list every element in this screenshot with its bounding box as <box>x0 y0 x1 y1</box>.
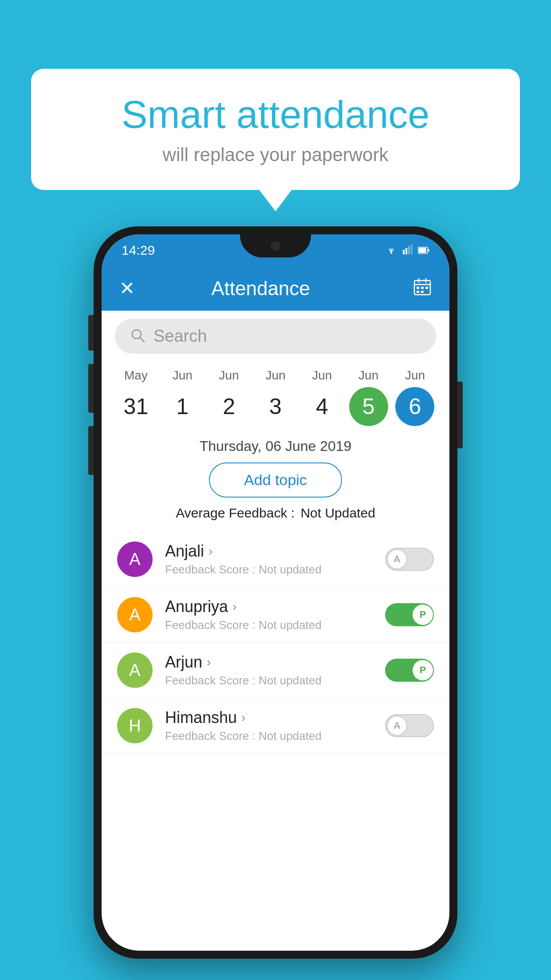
status-icons <box>385 244 429 257</box>
student-row[interactable]: AAnupriya ›Feedback Score : Not updatedP <box>102 587 449 643</box>
bubble-title: Smart attendance <box>58 93 493 136</box>
cal-date-number[interactable]: 3 <box>256 387 295 426</box>
student-name: Anjali › <box>165 542 385 561</box>
svg-rect-7 <box>428 249 429 252</box>
toggle-thumb: A <box>387 715 407 736</box>
student-row[interactable]: AArjun ›Feedback Score : Not updatedP <box>102 643 449 698</box>
student-row[interactable]: AAnjali ›Feedback Score : Not updatedA <box>102 532 449 587</box>
avg-feedback: Average Feedback : Not Updated <box>102 506 449 521</box>
feedback-value: Not updated <box>259 618 322 632</box>
notch <box>240 234 311 257</box>
avatar: A <box>117 597 153 632</box>
search-bar[interactable]: Search <box>115 319 436 354</box>
phone-container: 14:29 <box>94 226 457 959</box>
svg-rect-2 <box>405 248 407 254</box>
calendar-day[interactable]: Jun5 <box>349 368 388 426</box>
calendar-day[interactable]: Jun4 <box>303 368 342 426</box>
feedback-score: Feedback Score : Not updated <box>165 729 385 743</box>
volume-down-button[interactable] <box>88 364 94 413</box>
signal-icon <box>403 244 413 257</box>
chevron-right-icon: › <box>207 655 211 669</box>
avatar: A <box>117 541 153 577</box>
cal-month-label: Jun <box>265 368 285 383</box>
phone-outer: 14:29 <box>94 226 457 959</box>
attendance-toggle[interactable]: A <box>385 548 434 571</box>
svg-rect-3 <box>408 246 410 254</box>
phone-screen: 14:29 <box>102 234 449 951</box>
chevron-right-icon: › <box>232 600 236 614</box>
svg-rect-13 <box>421 287 424 289</box>
cal-date-number[interactable]: 31 <box>116 387 155 426</box>
header-title: Attendance <box>135 277 386 300</box>
svg-line-18 <box>140 337 145 342</box>
feedback-score: Feedback Score : Not updated <box>165 618 385 632</box>
selected-date: Thursday, 06 June 2019 <box>102 433 449 462</box>
toggle-track[interactable]: A <box>385 714 434 737</box>
svg-rect-15 <box>417 291 419 293</box>
attendance-toggle[interactable]: P <box>385 659 434 682</box>
wifi-icon <box>385 244 398 257</box>
battery-icon <box>418 244 429 257</box>
avg-feedback-value: Not Updated <box>300 506 375 520</box>
cal-month-label: Jun <box>173 368 193 383</box>
avg-feedback-label: Average Feedback : <box>176 506 295 520</box>
close-button[interactable]: ✕ <box>119 279 135 298</box>
toggle-thumb: A <box>387 549 407 569</box>
calendar-day[interactable]: Jun6 <box>395 368 434 426</box>
cal-date-number[interactable]: 4 <box>303 387 342 426</box>
search-icon <box>130 328 146 345</box>
calendar-day[interactable]: May31 <box>116 368 155 426</box>
front-camera <box>271 241 280 251</box>
feedback-score: Feedback Score : Not updated <box>165 674 385 688</box>
student-info: Himanshu ›Feedback Score : Not updated <box>165 708 385 743</box>
cal-date-number[interactable]: 6 <box>395 387 434 426</box>
svg-rect-12 <box>417 287 419 289</box>
attendance-toggle[interactable]: P <box>385 603 434 626</box>
power-button-left[interactable] <box>88 426 94 475</box>
svg-rect-4 <box>411 245 413 254</box>
avatar: H <box>117 708 153 743</box>
avatar: A <box>117 652 153 688</box>
feedback-score: Feedback Score : Not updated <box>165 563 385 577</box>
cal-date-number[interactable]: 5 <box>349 387 388 426</box>
svg-rect-14 <box>425 287 428 289</box>
cal-month-label: Jun <box>358 368 378 383</box>
feedback-value: Not updated <box>259 729 322 743</box>
calendar-day[interactable]: Jun3 <box>256 368 295 426</box>
app-content: Thursday, 06 June 2019 Add topic Average… <box>102 433 449 754</box>
toggle-track[interactable]: P <box>385 603 434 626</box>
student-info: Arjun ›Feedback Score : Not updated <box>165 653 385 688</box>
svg-rect-1 <box>403 250 405 254</box>
toggle-thumb: P <box>413 605 433 625</box>
cal-month-label: Jun <box>312 368 332 383</box>
student-info: Anjali ›Feedback Score : Not updated <box>165 542 385 577</box>
calendar-button[interactable] <box>413 277 432 300</box>
calendar-day[interactable]: Jun2 <box>209 368 248 426</box>
toggle-track[interactable]: A <box>385 548 434 571</box>
cal-month-label: Jun <box>219 368 239 383</box>
calendar-day[interactable]: Jun1 <box>163 368 202 426</box>
calendar-strip: May31Jun1Jun2Jun3Jun4Jun5Jun6 <box>102 362 449 433</box>
feedback-value: Not updated <box>259 674 322 687</box>
attendance-toggle[interactable]: A <box>385 714 434 737</box>
toggle-track[interactable]: P <box>385 659 434 682</box>
cal-date-number[interactable]: 1 <box>163 387 202 426</box>
bubble-subtitle: will replace your paperwork <box>58 144 493 166</box>
chevron-right-icon: › <box>209 544 213 558</box>
cal-date-number[interactable]: 2 <box>209 387 248 426</box>
add-topic-button[interactable]: Add topic <box>209 462 342 498</box>
status-time: 14:29 <box>122 243 155 258</box>
student-info: Anupriya ›Feedback Score : Not updated <box>165 597 385 632</box>
speech-bubble-container: Smart attendance will replace your paper… <box>31 69 520 190</box>
power-button-right[interactable] <box>457 382 463 448</box>
chevron-right-icon: › <box>241 711 245 725</box>
cal-month-label: May <box>124 368 148 383</box>
feedback-value: Not updated <box>259 563 322 576</box>
search-input[interactable]: Search <box>153 327 207 346</box>
speech-bubble: Smart attendance will replace your paper… <box>31 69 520 190</box>
student-name: Arjun › <box>165 653 385 672</box>
volume-up-button[interactable] <box>88 315 94 351</box>
students-list: AAnjali ›Feedback Score : Not updatedAAA… <box>102 532 449 754</box>
student-name: Himanshu › <box>165 708 385 727</box>
student-row[interactable]: HHimanshu ›Feedback Score : Not updatedA <box>102 698 449 754</box>
